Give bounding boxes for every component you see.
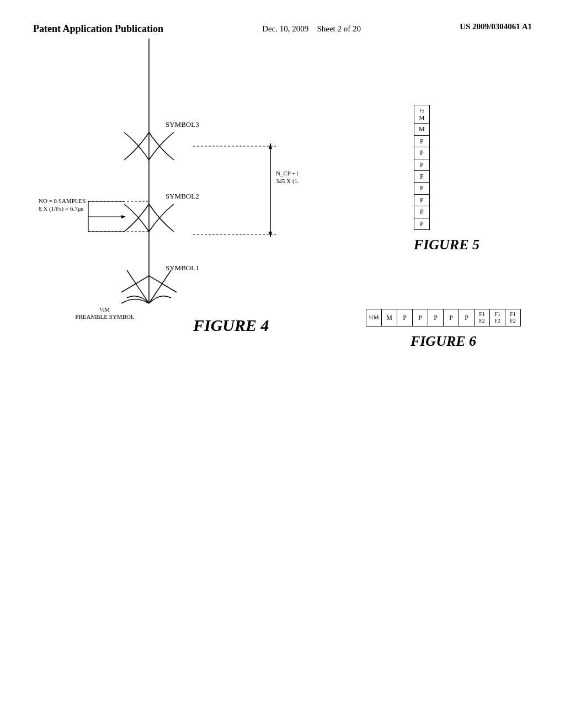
table-row: ½M M P P P P P F1F2 F1F2 F1F2 <box>366 309 521 326</box>
cell-half-m: ½M <box>366 309 382 326</box>
sheet-info: Sheet 2 of 20 <box>317 24 361 33</box>
cell-half-m: ½M <box>414 105 429 124</box>
figure6-table: ½M M P P P P P F1F2 F1F2 F1F2 <box>366 309 521 326</box>
table-row: P <box>414 194 429 206</box>
figure5-container: ½M M P P P P P P P P FIGURE 5 <box>414 105 479 253</box>
svg-text:N_CP + N = 89 + 256 = 345 SAMP: N_CP + N = 89 + 256 = 345 SAMPLES <box>276 170 298 176</box>
cell-m: M <box>414 124 429 135</box>
cell-p4: P <box>444 309 459 326</box>
cell-p5: P <box>414 183 429 194</box>
svg-text:8 X (1/Fs) = 6.7μs: 8 X (1/Fs) = 6.7μs <box>39 205 83 212</box>
figure5-table: ½M M P P P P P P P P <box>414 105 430 230</box>
cell-m: M <box>382 309 397 326</box>
table-row: P <box>414 218 429 229</box>
cell-p7: P <box>414 206 429 218</box>
cell-p3: P <box>428 309 444 326</box>
figure6-container: ½M M P P P P P F1F2 F1F2 F1F2 FIGURE 6 <box>366 309 521 350</box>
publication-date: Dec. 10, 2009 <box>262 24 308 33</box>
cell-p1: P <box>414 135 429 147</box>
cell-f1f2-2: F1F2 <box>490 309 505 326</box>
cell-p2: P <box>413 309 428 326</box>
cell-p8: P <box>414 218 429 229</box>
table-row: P <box>414 135 429 147</box>
cell-p1: P <box>397 309 413 326</box>
cell-p3: P <box>414 159 429 170</box>
cell-f1f2-3: F1F2 <box>505 309 521 326</box>
svg-marker-10 <box>121 215 126 218</box>
cell-p4: P <box>414 170 429 182</box>
svg-text:SYMBOL1: SYMBOL1 <box>166 264 199 272</box>
svg-text:½M: ½M <box>100 306 110 313</box>
table-row: M <box>414 124 429 135</box>
table-row: P <box>414 147 429 159</box>
svg-text:FIGURE 4: FIGURE 4 <box>193 316 269 334</box>
table-row: P <box>414 170 429 182</box>
figure5-label: FIGURE 5 <box>414 237 479 253</box>
svg-text:SYMBOL2: SYMBOL2 <box>166 192 199 200</box>
table-row: P <box>414 206 429 218</box>
svg-text:PREAMBLE SYMBOL: PREAMBLE SYMBOL <box>75 313 135 320</box>
svg-text:NO = 8 SAMPLES: NO = 8 SAMPLES <box>39 197 86 204</box>
table-row: P <box>414 183 429 194</box>
cell-p6: P <box>414 194 429 206</box>
cell-p2: P <box>414 147 429 159</box>
figure4-svg: ½M PREAMBLE SYMBOL SYMBOL1 SYMBOL2 SYMBO… <box>33 33 298 353</box>
cell-p5: P <box>459 309 475 326</box>
figure6-label: FIGURE 6 <box>366 333 521 350</box>
svg-text:345 X (1/Fs) = 287.5μS: 345 X (1/Fs) = 287.5μS <box>276 178 298 185</box>
table-row: ½M <box>414 105 429 124</box>
figure4-diagram: ½M PREAMBLE SYMBOL SYMBOL1 SYMBOL2 SYMBO… <box>33 33 298 353</box>
table-row: P <box>414 159 429 170</box>
svg-text:SYMBOL3: SYMBOL3 <box>166 120 199 129</box>
patent-number: US 2009/0304061 A1 <box>460 22 532 31</box>
cell-f1f2-1: F1F2 <box>475 309 490 326</box>
